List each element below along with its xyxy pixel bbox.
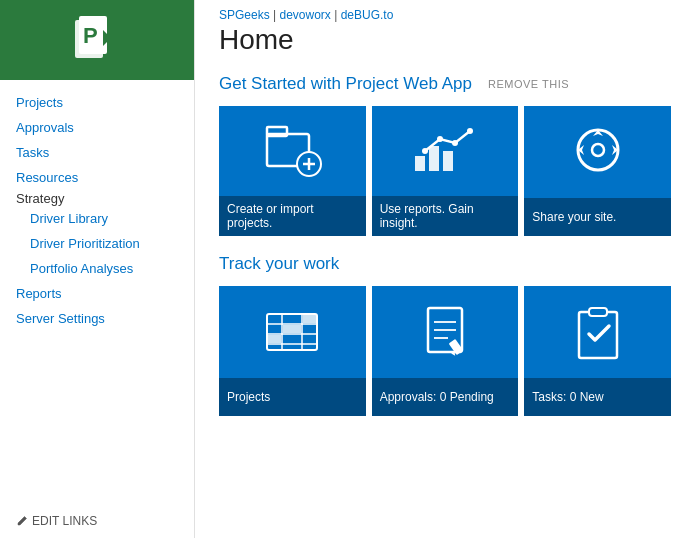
reports-tile[interactable]: Use reports. Gain insight. xyxy=(372,106,519,236)
remove-this-link[interactable]: REMOVE THIS xyxy=(488,78,569,90)
svg-point-18 xyxy=(467,128,473,134)
svg-point-19 xyxy=(578,130,618,170)
share-icon-area xyxy=(524,106,671,198)
svg-rect-29 xyxy=(303,315,316,323)
share-site-tile[interactable]: Share your site. xyxy=(524,106,671,236)
track-work-title: Track your work xyxy=(219,254,671,274)
tasks-icon-area xyxy=(524,286,671,378)
nav-item-reports[interactable]: Reports xyxy=(0,281,194,306)
get-started-header: Get Started with Project Web App REMOVE … xyxy=(219,74,671,94)
nav-item-approvals[interactable]: Approvals xyxy=(0,115,194,140)
share-site-label: Share your site. xyxy=(524,198,671,236)
main-content: SPGeeks | devoworx | deBUG.to Home Get S… xyxy=(195,0,695,538)
approvals-icon xyxy=(410,300,480,365)
reports-icon-area xyxy=(372,106,519,196)
nav-links: Projects Approvals Tasks Resources Strat… xyxy=(0,80,194,494)
get-started-tiles: Create or import projects. Use repor xyxy=(219,106,671,236)
project-logo: P xyxy=(67,10,127,70)
svg-rect-5 xyxy=(103,36,113,40)
reports-label: Use reports. Gain insight. xyxy=(372,196,519,236)
projects-work-tile[interactable]: Projects xyxy=(219,286,366,416)
svg-rect-12 xyxy=(415,156,425,171)
approvals-work-tile[interactable]: Approvals: 0 Pending xyxy=(372,286,519,416)
svg-point-16 xyxy=(437,136,443,142)
track-work-tiles: Projects Approvals: 0 Pending xyxy=(219,286,671,416)
breadcrumb-devoworx[interactable]: devoworx xyxy=(280,8,331,22)
svg-rect-27 xyxy=(283,325,301,333)
reports-icon xyxy=(405,121,485,181)
svg-point-20 xyxy=(592,144,604,156)
nav-item-tasks[interactable]: Tasks xyxy=(0,140,194,165)
nav-item-server-settings[interactable]: Server Settings xyxy=(0,306,194,331)
breadcrumb-spgeeks[interactable]: SPGeeks xyxy=(219,8,270,22)
svg-rect-37 xyxy=(589,308,607,316)
get-started-title: Get Started with Project Web App xyxy=(219,74,472,94)
tasks-work-tile[interactable]: Tasks: 0 New xyxy=(524,286,671,416)
create-import-tile[interactable]: Create or import projects. xyxy=(219,106,366,236)
svg-point-15 xyxy=(422,148,428,154)
nav-item-portfolio-analyses[interactable]: Portfolio Analyses xyxy=(0,256,194,281)
tasks-icon xyxy=(563,300,633,365)
nav-item-projects[interactable]: Projects xyxy=(0,90,194,115)
tasks-work-label: Tasks: 0 New xyxy=(524,378,671,416)
edit-links-button[interactable]: EDIT LINKS xyxy=(0,504,194,538)
svg-text:P: P xyxy=(83,23,98,48)
projects-grid-icon-area xyxy=(219,286,366,378)
logo-area: P xyxy=(0,0,194,80)
svg-point-17 xyxy=(452,140,458,146)
nav-section-strategy: Strategy xyxy=(0,186,80,211)
approvals-work-label: Approvals: 0 Pending xyxy=(372,378,519,416)
share-icon xyxy=(563,122,633,182)
page-title: Home xyxy=(219,24,671,56)
svg-rect-14 xyxy=(443,151,453,171)
svg-rect-13 xyxy=(429,146,439,171)
new-project-icon xyxy=(257,119,327,184)
breadcrumb: SPGeeks | devoworx | deBUG.to xyxy=(219,0,671,24)
sidebar: P Projects Approvals Tasks Resources Str… xyxy=(0,0,195,538)
approvals-icon-area xyxy=(372,286,519,378)
pencil-icon xyxy=(16,515,28,527)
projects-grid-icon xyxy=(257,302,327,362)
projects-work-label: Projects xyxy=(219,378,366,416)
nav-item-driver-prioritization[interactable]: Driver Prioritization xyxy=(0,231,194,256)
edit-links-label: EDIT LINKS xyxy=(32,514,97,528)
create-import-icon-area xyxy=(219,106,366,196)
breadcrumb-debug[interactable]: deBUG.to xyxy=(341,8,394,22)
svg-rect-28 xyxy=(268,335,281,343)
create-import-label: Create or import projects. xyxy=(219,196,366,236)
